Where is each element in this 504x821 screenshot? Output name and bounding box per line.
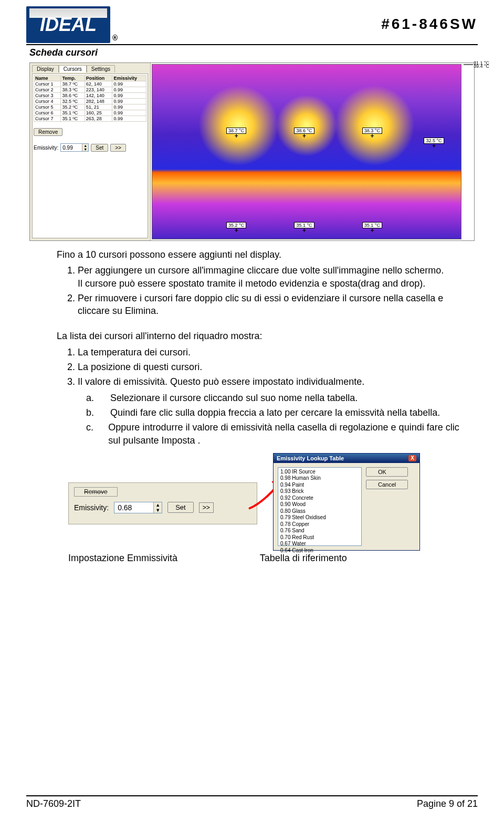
- table-cell: Cursor 1: [34, 81, 61, 87]
- tab-cursors[interactable]: Cursors: [59, 65, 87, 72]
- emissivity-stepper[interactable]: ▲▼: [60, 143, 89, 152]
- list-item[interactable]: 0.98 Human Skin: [280, 475, 359, 482]
- lookup-list[interactable]: 1.00 IR Source0.98 Human Skin0.94 Paint0…: [278, 467, 362, 546]
- thermal-area: 38.7 °C 38.6 °C 38.3 °C 32.5 °C 35.2 °C …: [151, 63, 474, 240]
- sublist: a.Selezionare il cursore cliccando sul s…: [86, 392, 472, 447]
- step-2: Per rimuovere i cursori fare doppio clic…: [78, 292, 472, 318]
- list-item[interactable]: 0.70 Red Rust: [280, 534, 359, 541]
- table-cell: 32.5 ºC: [61, 99, 85, 104]
- footer: ND-7609-2IT Pagine 9 of 21: [26, 791, 478, 809]
- emissivity-panel: Remove Emissivity: ▲▼ Set >>: [68, 482, 257, 524]
- tab-body: Name Temp. Position Emissivity Cursor 13…: [32, 73, 148, 238]
- sub-b: Quindi fare clic sulla doppia freccia a …: [110, 406, 440, 419]
- remove-button[interactable]: Remove: [34, 128, 62, 136]
- cursor-table: Name Temp. Position Emissivity Cursor 13…: [34, 75, 146, 122]
- thermal-image[interactable]: 38.7 °C 38.6 °C 38.3 °C 32.5 °C 35.2 °C …: [152, 64, 461, 239]
- caption-left: Impostazione Emmissività: [68, 553, 257, 564]
- ok-button[interactable]: OK: [366, 467, 408, 477]
- table-row[interactable]: Cursor 635.1 ºC160, 250.99: [34, 110, 146, 116]
- table-cell: Cursor 6: [34, 110, 61, 116]
- list-item[interactable]: 0.80 Glass: [280, 508, 359, 515]
- spinner-arrows-icon-2[interactable]: ▲▼: [153, 502, 162, 513]
- list-item[interactable]: 0.78 Copper: [280, 521, 359, 528]
- col-emissivity: Emissivity: [112, 76, 146, 81]
- emissivity-input-2[interactable]: [114, 502, 153, 513]
- set-button-2[interactable]: Set: [167, 502, 194, 513]
- marker-7[interactable]: 35.1 °C: [362, 222, 382, 228]
- lookup-title-text: Emissivity Lookup Table: [277, 455, 344, 461]
- marker-5[interactable]: 35.2 °C: [226, 222, 246, 228]
- list-item[interactable]: 0.76 Sand: [280, 528, 359, 534]
- table-cell: 0.99: [112, 99, 146, 104]
- table-cell: 223, 140: [85, 87, 112, 93]
- sub-b-label: b.: [86, 406, 97, 419]
- remove-button-partial[interactable]: Remove: [74, 487, 118, 497]
- list-item[interactable]: 0.92 Concrete: [280, 495, 359, 502]
- footer-rule: [26, 795, 478, 796]
- list-2: La posizione di questi cursori.: [78, 361, 472, 373]
- list-item[interactable]: 0.90 Wood: [280, 501, 359, 508]
- caption-right: Tabella di riferimento: [260, 553, 347, 563]
- table-cell: 0.99: [112, 116, 146, 122]
- emissivity-label: Emissivity:: [34, 145, 58, 151]
- list-item[interactable]: 0.93 Brick: [280, 488, 359, 495]
- footer-right: Pagine 9 of 21: [417, 798, 478, 809]
- list-item[interactable]: 0.67 Water: [280, 541, 359, 548]
- table-cell: 142, 140: [85, 93, 112, 99]
- table-cell: 0.99: [112, 87, 146, 93]
- tab-display[interactable]: Display: [32, 65, 59, 72]
- set-button[interactable]: Set: [91, 144, 108, 152]
- marker-2[interactable]: 38.6 °C: [294, 128, 314, 134]
- marker-4[interactable]: 32.5 °C: [424, 138, 444, 144]
- table-cell: 0.99: [112, 81, 146, 87]
- emissivity-stepper-2[interactable]: ▲▼: [114, 502, 162, 513]
- marker-1[interactable]: 38.7 °C: [226, 128, 246, 134]
- left-panel: Display Cursors Settings Name Temp. Posi…: [30, 63, 151, 240]
- col-name: Name: [34, 76, 61, 81]
- lower-screenshots: Remove Emissivity: ▲▼ Set >> Emissivity …: [68, 453, 478, 558]
- table-cell: Cursor 3: [34, 93, 61, 99]
- colorbar-min: 31.1 °C: [474, 60, 491, 66]
- table-cell: 0.99: [112, 104, 146, 110]
- col-temp: Temp.: [61, 76, 85, 81]
- cancel-button[interactable]: Cancel: [366, 480, 408, 489]
- table-cell: 35.2 ºC: [61, 104, 85, 110]
- double-arrow-button-2[interactable]: >>: [199, 502, 214, 513]
- table-cell: 38.3 ºC: [61, 87, 85, 93]
- model-number: #61-846SW: [381, 16, 478, 33]
- header-rule: [26, 44, 478, 45]
- table-row[interactable]: Cursor 432.5 ºC282, 1480.99: [34, 99, 146, 104]
- sub-c: Oppure introdurre il valore di emissivit…: [108, 421, 472, 447]
- sub-c-label: c.: [86, 421, 94, 447]
- list-item[interactable]: 0.79 Steel Oxidised: [280, 514, 359, 521]
- list-item[interactable]: 1.00 IR Source: [280, 469, 359, 476]
- table-row[interactable]: Cursor 535.2 ºC51, 210.99: [34, 104, 146, 110]
- app-window-screenshot: Display Cursors Settings Name Temp. Posi…: [29, 62, 475, 241]
- table-cell: 38.6 ºC: [61, 93, 85, 99]
- table-cell: Cursor 5: [34, 104, 61, 110]
- double-arrow-button[interactable]: >>: [110, 144, 126, 152]
- table-row[interactable]: Cursor 238.3 ºC223, 1400.99: [34, 87, 146, 93]
- table-row[interactable]: Cursor 338.6 ºC142, 1400.99: [34, 93, 146, 99]
- emissivity-input[interactable]: [61, 144, 82, 151]
- marker-6[interactable]: 35.1 °C: [294, 222, 314, 228]
- brand-logo-text: IDEAL: [40, 14, 97, 36]
- table-cell: 38.7 ºC: [61, 81, 85, 87]
- marker-3[interactable]: 38.3 °C: [362, 128, 382, 134]
- table-cell: 0.99: [112, 93, 146, 99]
- table-row[interactable]: Cursor 138.7 ºC62, 1400.99: [34, 81, 146, 87]
- colorbar: 39.4 °C 31.1 °C: [464, 64, 473, 65]
- close-icon[interactable]: X: [408, 455, 416, 461]
- table-row[interactable]: Cursor 735.1 ºC263, 280.99: [34, 116, 146, 122]
- table-cell: Cursor 4: [34, 99, 61, 104]
- table-cell: 35.1 ºC: [61, 116, 85, 122]
- spinner-arrows-icon[interactable]: ▲▼: [82, 144, 88, 151]
- body-text: Fino a 10 cursori possono essere aggiunt…: [57, 248, 472, 447]
- table-cell: 160, 25: [85, 110, 112, 116]
- table-cell: 35.1 ºC: [61, 110, 85, 116]
- list-item[interactable]: 0.94 Paint: [280, 482, 359, 489]
- table-cell: 263, 28: [85, 116, 112, 122]
- sub-a: Selezionare il cursore cliccando sul suo…: [110, 392, 358, 404]
- tab-settings[interactable]: Settings: [87, 65, 115, 72]
- footer-left: ND-7609-2IT: [26, 798, 81, 809]
